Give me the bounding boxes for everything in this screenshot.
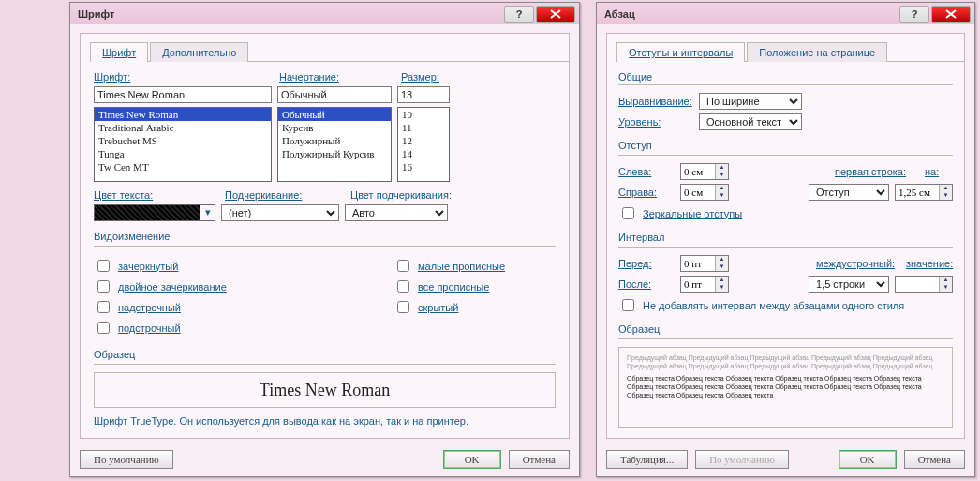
para-sample-gray: Предыдущий абзац Предыдущий абзац Предыд…: [627, 353, 944, 370]
para-default-button[interactable]: По умолчанию: [695, 450, 789, 469]
tab-indent[interactable]: Отступы и интервалы: [616, 42, 745, 62]
label-text-color: Цвет текста:: [94, 189, 219, 201]
font-list-item[interactable]: Tw Cen MT: [95, 160, 271, 173]
label-level: Уровень:: [618, 116, 693, 128]
font-list-item[interactable]: Tunga: [95, 147, 271, 160]
label-underline: Подчеркивание:: [225, 189, 345, 201]
style-list-item[interactable]: Полужирный: [278, 134, 391, 147]
font-list-item[interactable]: Traditional Arabic: [95, 121, 271, 134]
group-indent: Отступ: [618, 140, 953, 151]
font-buttonbar: По умолчанию OK Отмена: [80, 450, 570, 469]
chk-mirror-input[interactable]: [622, 207, 634, 219]
chk-subscript[interactable]: подстрочный: [94, 319, 393, 337]
spinner-buttons[interactable]: ▲▼: [939, 277, 952, 292]
para-help-button[interactable]: ?: [899, 6, 929, 23]
level-select[interactable]: Основной текст: [699, 113, 802, 130]
label-alignment: Выравнивание:: [618, 96, 693, 107]
text-color-swatch[interactable]: [94, 204, 200, 221]
before-spinner[interactable]: ▲▼: [680, 255, 729, 272]
paragraph-dialog: Абзац ? Отступы и интервалы Положение на…: [596, 2, 975, 477]
label-before: Перед:: [618, 258, 675, 269]
style-listbox[interactable]: Обычный Курсив Полужирный Полужирный Кур…: [277, 107, 392, 182]
font-dialog: Шрифт ? Шрифт Дополнительно Шрифт: Начер…: [69, 2, 580, 477]
style-list-item[interactable]: Обычный: [278, 108, 391, 121]
para-buttonbar: Табуляция... По умолчанию OK Отмена: [606, 450, 965, 469]
size-listbox[interactable]: 10 11 12 14 16: [397, 107, 450, 182]
help-button[interactable]: ?: [504, 6, 534, 23]
font-cancel-button[interactable]: Отмена: [509, 450, 570, 469]
spinner-buttons[interactable]: ▲▼: [715, 164, 728, 179]
tab-font[interactable]: Шрифт: [90, 42, 148, 62]
spinner-buttons[interactable]: ▲▼: [715, 277, 728, 292]
chk-strike[interactable]: зачеркнутый: [94, 257, 393, 275]
sample-group-label: Образец: [94, 349, 556, 360]
chk-smallcaps-input[interactable]: [397, 260, 409, 272]
close-button[interactable]: [536, 6, 575, 23]
style-list-item[interactable]: Полужирный Курсив: [278, 147, 391, 160]
label-linespacing: междустрочный:: [816, 258, 900, 269]
label-by: на:: [925, 166, 953, 177]
chk-hidden-input[interactable]: [397, 301, 409, 313]
chk-superscript[interactable]: надстрочный: [94, 298, 393, 316]
font-default-button[interactable]: По умолчанию: [80, 450, 173, 469]
chk-superscript-input[interactable]: [97, 301, 110, 313]
tab-advanced[interactable]: Дополнительно: [150, 42, 248, 62]
chk-strike-input[interactable]: [97, 260, 110, 272]
label-size: Размер:: [401, 71, 439, 83]
left-spinner[interactable]: ▲▼: [680, 163, 729, 180]
style-list-item[interactable]: Курсив: [278, 121, 391, 134]
style-input[interactable]: [277, 86, 392, 103]
by-spinner[interactable]: ▲▼: [895, 184, 953, 201]
para-inner: Отступы и интервалы Положение на страниц…: [606, 33, 965, 439]
spinner-buttons[interactable]: ▲▼: [715, 185, 728, 200]
para-tabs: Отступы и интервалы Положение на страниц…: [616, 41, 964, 62]
size-list-item[interactable]: 10: [398, 108, 449, 121]
tab-position[interactable]: Положение на странице: [747, 42, 887, 62]
para-ok-button[interactable]: OK: [839, 450, 897, 469]
underline-select[interactable]: (нет): [221, 204, 339, 221]
size-list-item[interactable]: 11: [398, 121, 449, 134]
underline-color-select[interactable]: Авто: [345, 204, 448, 221]
para-close-button[interactable]: [931, 6, 971, 23]
font-sample: Times New Roman: [94, 372, 556, 408]
chk-dblstrike-input[interactable]: [97, 280, 110, 293]
font-list-item[interactable]: Trebuchet MS: [95, 134, 271, 147]
chk-smallcaps[interactable]: малые прописные: [393, 257, 505, 275]
chk-hidden[interactable]: скрытый: [393, 298, 505, 316]
para-cancel-button[interactable]: Отмена: [904, 450, 965, 469]
font-titlebar: Шрифт ?: [70, 3, 579, 24]
chk-subscript-input[interactable]: [97, 322, 110, 334]
chk-no-space-same-input[interactable]: [622, 299, 634, 311]
font-input[interactable]: [94, 86, 272, 103]
after-spinner[interactable]: ▲▼: [680, 276, 729, 293]
chk-allcaps[interactable]: все прописные: [393, 278, 505, 295]
para-tabs-button[interactable]: Табуляция...: [606, 450, 688, 469]
para-titlebar: Абзац ?: [597, 3, 974, 24]
font-listbox[interactable]: Times New Roman Traditional Arabic Trebu…: [94, 107, 272, 182]
label-underline-color: Цвет подчеркивания:: [350, 189, 452, 201]
font-list-item[interactable]: Times New Roman: [95, 108, 271, 121]
label-firstline: первая строка:: [835, 166, 919, 177]
label-at: значение:: [906, 258, 953, 269]
effects-group-label: Видоизменение: [94, 231, 556, 242]
chk-mirror[interactable]: Зеркальные отступы: [618, 204, 953, 222]
alignment-select[interactable]: По ширине: [699, 93, 802, 110]
size-list-item[interactable]: 16: [398, 160, 449, 173]
text-color-dropdown[interactable]: ▾: [200, 204, 215, 221]
spinner-buttons[interactable]: ▲▼: [715, 256, 728, 271]
spinner-buttons[interactable]: ▲▼: [939, 185, 952, 200]
linespacing-select[interactable]: 1,5 строки: [809, 276, 889, 293]
chk-allcaps-input[interactable]: [397, 280, 409, 293]
font-ok-button[interactable]: OK: [443, 450, 501, 469]
font-title: Шрифт: [78, 8, 502, 20]
size-list-item[interactable]: 14: [398, 147, 449, 160]
right-spinner[interactable]: ▲▼: [680, 184, 729, 201]
size-input[interactable]: [397, 86, 450, 103]
chk-dblstrike[interactable]: двойное зачеркивание: [94, 278, 393, 295]
firstline-select[interactable]: Отступ: [809, 184, 889, 201]
label-left: Слева:: [618, 166, 675, 177]
chk-no-space-same[interactable]: Не добавлять интервал между абзацами одн…: [618, 296, 953, 314]
at-spinner[interactable]: ▲▼: [895, 276, 953, 293]
size-list-item[interactable]: 12: [398, 134, 449, 147]
font-hint: Шрифт TrueType. Он используется для выво…: [94, 415, 556, 427]
